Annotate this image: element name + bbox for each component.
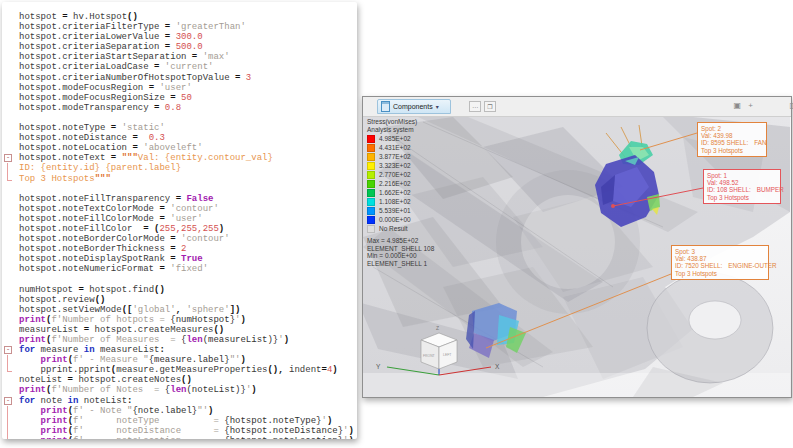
code-line: print(f' - Measure "{measure.label}"'): [2, 355, 357, 365]
viewer-tab-strip: Components ▾ ⋯ ❐ ▣ + ▯: [363, 97, 791, 117]
color-swatch: [367, 153, 375, 161]
color-swatch: [367, 144, 375, 152]
code-line: print(f'Number of Measures = {len(measur…: [2, 335, 357, 345]
code-line: hotspot.noteDistance = 0.3: [2, 133, 357, 143]
hotspot-note[interactable]: Spot: 3Val: 438.87ID: 7520 SHELL:ENGINE-…: [671, 245, 769, 280]
note-id-label: ID: 8595 SHELL:: [701, 139, 748, 146]
note-component-label: BUMPER: [757, 186, 784, 193]
move-icon[interactable]: +: [748, 101, 753, 111]
note-spot-label: Spot: 1: [707, 172, 777, 179]
legend-value: 2.770E+02: [379, 171, 411, 179]
code-area[interactable]: hotspot = hv.Hotspot()hotspot.criteriaFi…: [2, 12, 357, 439]
legend-entry: 0.000E+00: [367, 215, 434, 224]
code-line: print(f' noteDistance = {hotspot.noteDis…: [2, 426, 357, 436]
fold-guide-line: [7, 406, 8, 416]
note-component-label: FAN: [754, 139, 766, 146]
code-line: hotspot.noteLocation = 'aboveleft': [2, 143, 357, 153]
code-line: noteList = hotspot.createNotes(): [2, 375, 357, 385]
code-line: hotspot.noteFillTransparency = False: [2, 194, 357, 204]
code-line: hotspot.noteBorderThickness = 2: [2, 244, 357, 254]
legend-entry: No Result: [367, 224, 434, 233]
code-line: pprint.pprint(measure.getMeasureProperti…: [2, 365, 357, 375]
code-line: hotspot.criteriaLoadCase = 'current': [2, 62, 357, 72]
note-footer-label: Top 3 Hotspots: [707, 194, 777, 201]
code-line: hotspot.criteriaStartSeparation = 'max': [2, 52, 357, 62]
legend-value: 4.431E+02: [379, 144, 411, 152]
note-id-row: ID: 108 SHELL:BUMPER: [707, 186, 777, 193]
color-swatch: [367, 207, 375, 215]
chevron-down-icon: ▾: [436, 103, 439, 110]
panel-book-icon: [381, 101, 390, 112]
hotspot-note[interactable]: Spot: 2Val: 439.98ID: 8595 SHELL:FANTop …: [697, 122, 767, 157]
code-editor-window: hotspot = hv.Hotspot()hotspot.criteriaFi…: [2, 2, 357, 439]
popout-button[interactable]: ❐: [484, 101, 496, 112]
axis-y-label: Y: [376, 363, 381, 370]
fold-guide-line: [7, 436, 8, 439]
viewer-window: Components ▾ ⋯ ❐ ▣ + ▯: [362, 96, 792, 398]
legend-value: 4.985E+02: [379, 135, 411, 143]
code-line: hotspot.review(): [2, 295, 357, 305]
code-line: hotspot.noteTextColorMode = 'contour': [2, 204, 357, 214]
color-swatch: [367, 180, 375, 188]
legend-entry: 2.770E+02: [367, 170, 434, 179]
code-line: print(f' noteType = {hotspot.noteType}'): [2, 416, 357, 426]
code-line: print(f' noteLocation = {hotspot.noteLoc…: [2, 436, 357, 439]
code-line: hotspot.criteriaSeparation = 500.0: [2, 42, 357, 52]
code-line: print(f'Number of hotpots = {numHotspot}…: [2, 315, 357, 325]
code-line: numHotspot = hotspot.find(): [2, 285, 357, 295]
hotspot-note[interactable]: Spot: 1Val: 498.52ID: 108 SHELL:BUMPERTo…: [703, 169, 781, 204]
fold-collapse-icon[interactable]: -: [4, 346, 12, 354]
legend-entry: 4.431E+02: [367, 143, 434, 152]
code-line: hotspot.noteType = 'static': [2, 123, 357, 133]
color-swatch: [367, 171, 375, 179]
legend-value: 3.323E+02: [379, 162, 411, 170]
legend-entry: 3.323E+02: [367, 161, 434, 170]
fold-collapse-icon[interactable]: -: [4, 154, 12, 162]
note-id-label: ID: 108 SHELL:: [707, 186, 751, 193]
code-line: hotspot.setViewMode(['global', 'sphere']…: [2, 305, 357, 315]
code-line: [2, 274, 357, 284]
legend-value: 5.539E+01: [379, 207, 411, 215]
color-swatch: [367, 162, 375, 170]
panel-edge-icon[interactable]: ▯: [790, 101, 793, 111]
fold-collapse-icon[interactable]: -: [4, 397, 12, 405]
legend-value: 2.216E+02: [379, 180, 411, 188]
code-line: ID: {entity.id} {parent.label}: [2, 163, 357, 173]
note-value-label: Val: 438.87: [675, 255, 765, 262]
note-id-row: ID: 7520 SHELL:ENGINE-OUTER: [675, 262, 765, 269]
code-line: hotspot.criteriaNumberOfHotspotTopValue …: [2, 73, 357, 83]
code-line: hotspot.noteBorderColorMode = 'contour': [2, 234, 357, 244]
legend-value: 1.662E+02: [379, 189, 411, 197]
legend-subtitle: Stress(vonMises): [367, 118, 434, 126]
color-swatch: [367, 216, 375, 224]
color-swatch: [367, 135, 375, 143]
legend-entry: 2.216E+02: [367, 179, 434, 188]
note-footer-label: Top 3 Hotspots: [701, 147, 763, 154]
components-tab[interactable]: Components ▾: [377, 99, 451, 114]
overflow-button[interactable]: ⋯: [469, 101, 481, 112]
code-line: hotspot.modeTransparency = 0.8: [2, 103, 357, 113]
window-restore-icon[interactable]: ▣: [733, 101, 741, 111]
note-footer-label: Top 3 Hotspots: [675, 270, 765, 277]
fold-guide-line: [7, 416, 8, 426]
code-line: -for note in noteList:: [2, 396, 357, 406]
legend-value: 3.877E+02: [379, 153, 411, 161]
legend-entry: 4.985E+02: [367, 134, 434, 143]
legend-system: Analysis system: [367, 126, 434, 134]
model-viewport[interactable]: FRONT LEFT Y X Z Contour Plot Stress(von…: [363, 117, 791, 397]
cube-face-left-label: LEFT: [443, 353, 451, 357]
code-line: measureList = hotspot.createMeasures(): [2, 325, 357, 335]
code-line: hotspot.modeFocusRegion = 'user': [2, 83, 357, 93]
code-line: [2, 113, 357, 123]
legend-entry: 1.108E+02: [367, 197, 434, 206]
legend-entry: 1.662E+02: [367, 188, 434, 197]
code-line: Top 3 Hotspots""": [2, 174, 357, 184]
fold-guide-line: [7, 163, 8, 173]
note-component-label: ENGINE-OUTER: [728, 262, 776, 269]
legend-stat-line: Max = 4.985E+02: [367, 237, 434, 245]
code-line: hotspot.modeFocusRegionSize = 50: [2, 93, 357, 103]
color-swatch: [367, 225, 375, 233]
note-id-label: ID: 7520 SHELL:: [675, 262, 722, 269]
code-line: hotspot.noteFillColorMode = 'user': [2, 214, 357, 224]
note-spot-label: Spot: 3: [675, 248, 765, 255]
